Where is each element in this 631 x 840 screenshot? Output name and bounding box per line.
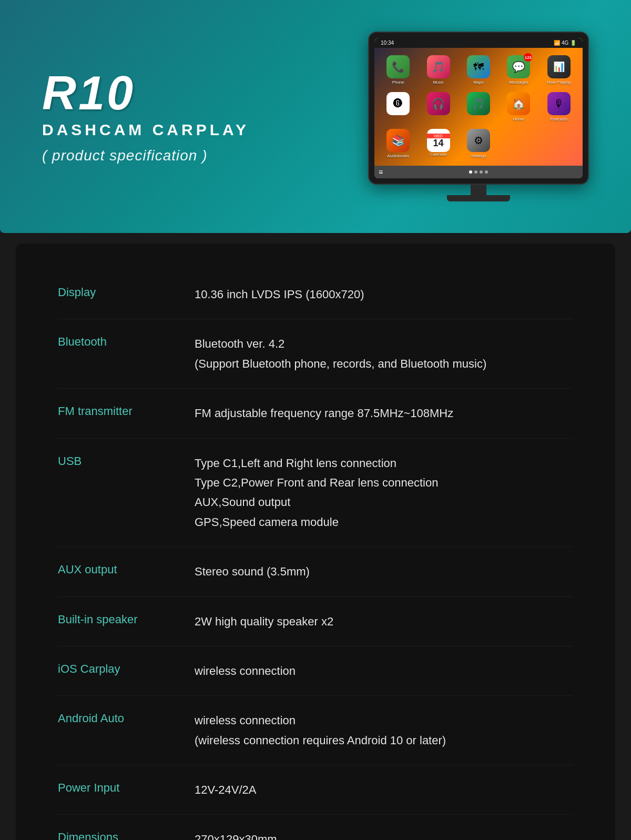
app-icon-nowplaying: 📊 Now Playing (540, 52, 578, 88)
home-label: Home (513, 117, 524, 122)
app-icon-messages: 💬 123 Messages (499, 52, 538, 88)
music2-icon: 🎧 (427, 92, 450, 115)
app-icon-music2: 🎧 (419, 89, 457, 125)
dot-3 (480, 170, 483, 174)
spec-value-4: Stereo sound (3.5mm) (195, 562, 573, 581)
google-icon: 🅖 (386, 92, 410, 115)
device-mockup: 10:34 📶 4G 🔋 📞 Phone 🎵 Musi (368, 32, 589, 201)
spec-row: iOS Carplaywireless connection (58, 646, 573, 696)
app-icon-home: 🏠 Home (499, 89, 538, 125)
podcasts-label: Podcasts (550, 117, 567, 122)
app-icon-podcasts: 🎙 Podcasts (540, 89, 578, 125)
spec-label-7: Android Auto (58, 711, 195, 725)
nowplaying-icon: 📊 (547, 55, 571, 78)
dot-2 (474, 170, 477, 174)
music-label: Music (433, 80, 444, 85)
app-icon-audiobooks: 📚 Audiobooks (379, 126, 418, 161)
placeholder-right: ≡ (574, 168, 578, 176)
dot-1 (469, 170, 472, 174)
podcasts-icon: 🎙 (547, 92, 571, 115)
product-subtitle: DASHCAM CARPLAY (42, 121, 347, 139)
spec-label-3: USB (58, 453, 195, 468)
screen-bottom-bar: ≡ ≡ (374, 166, 583, 178)
app-icon-google: 🅖 (379, 89, 418, 125)
phone-icon: 📞 (386, 55, 410, 78)
music-icon: 🎵 (427, 55, 450, 78)
spec-value-8: 12V-24V/2A (195, 780, 573, 799)
audiobooks-label: Audiobooks (387, 154, 409, 158)
status-time: 10:34 (381, 40, 394, 46)
spec-label-9: Dimensions (58, 829, 195, 840)
screen-status-bar: 10:34 📶 4G 🔋 (374, 38, 583, 48)
stand-base (368, 195, 589, 201)
spec-value-9: 270x129x30mm (195, 829, 573, 840)
spec-row: Display10.36 inch LVDS IPS (1600x720) (58, 270, 573, 319)
maps-icon: 🗺 (467, 55, 490, 78)
product-logo: R10 (42, 69, 347, 117)
app-icon-settings: ⚙ Settings (459, 126, 498, 161)
spec-label-6: iOS Carplay (58, 661, 195, 676)
spec-label-4: AUX output (58, 562, 195, 576)
app-icon-calendar: WED 14 Calendar (419, 126, 457, 161)
spec-row: AUX outputStereo sound (3.5mm) (58, 547, 573, 596)
spec-row: Android Autowireless connection(wireless… (58, 696, 573, 765)
stand-neck (471, 185, 486, 195)
spec-row: Dimensions270x129x30mm (58, 815, 573, 840)
nowplaying-label: Now Playing (547, 80, 571, 85)
spec-value-5: 2W high quality speaker x2 (195, 612, 573, 631)
phone-label: Phone (392, 80, 404, 85)
spec-value-2: FM adjustable frequency range 87.5MHz~10… (195, 403, 573, 423)
calendar-day: 14 (433, 138, 444, 148)
spec-value-1: Bluetooth ver. 4.2(Support Bluetooth pho… (195, 334, 573, 373)
spec-label-2: FM transmitter (58, 403, 195, 418)
audiobooks-icon: 📚 (386, 129, 410, 152)
menu-icon: ≡ (379, 168, 383, 176)
spec-value-0: 10.36 inch LVDS IPS (1600x720) (195, 285, 573, 304)
spec-row: Power Input12V-24V/2A (58, 765, 573, 815)
spec-value-6: wireless connection (195, 661, 573, 681)
home-icon: 🏠 (507, 92, 530, 115)
status-signal: 📶 4G 🔋 (554, 40, 576, 46)
header-text: R10 DASHCAM CARPLAY ( product specificat… (42, 69, 347, 164)
device-frame: 10:34 📶 4G 🔋 📞 Phone 🎵 Musi (368, 32, 589, 185)
spotify-icon: 🎵 (467, 92, 490, 115)
app-grid: 📞 Phone 🎵 Music 🗺 Maps (374, 48, 583, 166)
spec-value-3: Type C1,Left and Right lens connectionTy… (195, 453, 573, 532)
calendar-icon: WED 14 (427, 129, 450, 152)
spec-row: Built-in speaker2W high quality speaker … (58, 597, 573, 646)
messages-label: Messages (509, 80, 528, 85)
spec-label-8: Power Input (58, 780, 195, 795)
app-icon-maps: 🗺 Maps (459, 52, 498, 88)
header-section: R10 DASHCAM CARPLAY ( product specificat… (0, 0, 631, 233)
device-stand (368, 185, 589, 195)
app-icon-phone: 📞 Phone (379, 52, 418, 88)
app-icon-music: 🎵 Music (419, 52, 457, 88)
notification-badge: 123 (524, 53, 532, 62)
spec-label-5: Built-in speaker (58, 612, 195, 626)
spec-label-1: Bluetooth (58, 334, 195, 349)
settings-label: Settings (471, 154, 486, 158)
dot-4 (485, 170, 488, 174)
spec-value-7: wireless connection(wireless connection … (195, 711, 573, 750)
grid-spacer-1 (499, 126, 538, 161)
page-indicators (383, 170, 574, 174)
device-screen: 10:34 📶 4G 🔋 📞 Phone 🎵 Musi (374, 38, 583, 178)
spec-label-0: Display (58, 285, 195, 299)
spec-row: BluetoothBluetooth ver. 4.2(Support Blue… (58, 319, 573, 389)
specs-section: Display10.36 inch LVDS IPS (1600x720)Blu… (16, 244, 615, 840)
grid-spacer-2 (540, 126, 578, 161)
app-icon-spotify: 🎵 (459, 89, 498, 125)
product-description: ( product specification ) (42, 147, 347, 164)
spec-row: FM transmitterFM adjustable frequency ra… (58, 389, 573, 438)
calendar-label: Calendar (430, 152, 446, 157)
settings-icon: ⚙ (467, 129, 490, 152)
stand-foot (447, 195, 510, 201)
spec-row: USBType C1,Left and Right lens connectio… (58, 439, 573, 548)
maps-label: Maps (473, 80, 484, 85)
